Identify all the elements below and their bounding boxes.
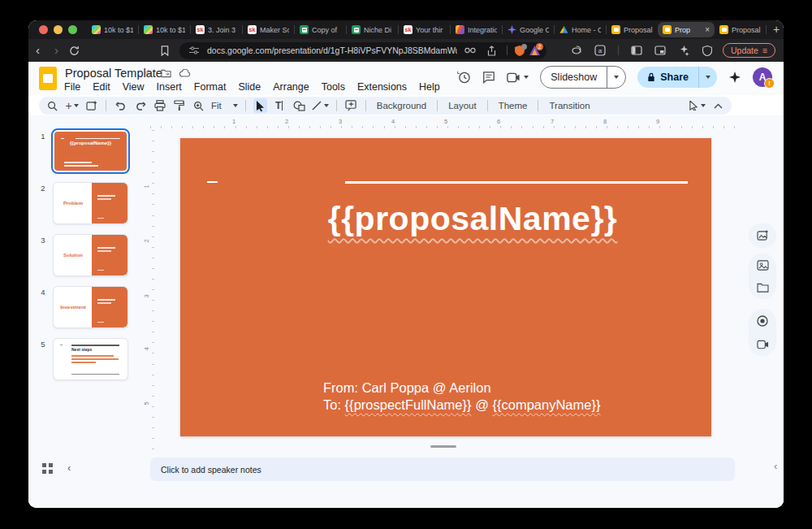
pointer-options-button[interactable] — [689, 98, 706, 113]
address-bar[interactable]: docs.google.com/presentation/d/1gT-H8iVP… — [179, 42, 546, 59]
grid-view-button[interactable] — [42, 463, 53, 474]
shapes-tool-button[interactable] — [292, 98, 306, 113]
line-tool-button[interactable] — [312, 98, 329, 113]
menu-file[interactable]: File — [64, 81, 80, 93]
bookmark-icon[interactable] — [157, 42, 173, 59]
tab-home-drive[interactable]: Home - C — [555, 22, 606, 37]
print-icon[interactable] — [153, 98, 166, 113]
tab-10k-1[interactable]: 10k to $1 — [87, 22, 138, 37]
slide-thumbnail-4[interactable]: Investment — [53, 286, 128, 328]
menu-view[interactable]: View — [123, 81, 145, 93]
slide-canvas[interactable]: {{proposalName}} From: Carl Poppa @ Aeri… — [180, 138, 711, 436]
collapse-filmstrip-icon[interactable]: ‹ — [67, 462, 71, 474]
slide-thumbnail-3[interactable]: Solution — [53, 234, 128, 276]
tab-10k-2[interactable]: 10k to $1 — [139, 22, 190, 37]
zoom-window-button[interactable] — [68, 25, 77, 34]
minimize-window-button[interactable] — [54, 25, 63, 34]
video-camera-icon[interactable] — [757, 340, 769, 349]
move-folder-icon[interactable] — [161, 69, 171, 78]
slides-logo[interactable] — [39, 67, 57, 90]
slide-thumbnail-2[interactable]: Problem — [53, 182, 128, 224]
menu-slide[interactable]: Slide — [238, 81, 261, 93]
menu-format[interactable]: Format — [194, 81, 227, 93]
insert-comment-icon[interactable] — [344, 98, 358, 113]
meet-camera-button[interactable] — [507, 72, 529, 83]
picture-in-picture-icon[interactable] — [652, 42, 668, 59]
slideshow-button[interactable]: Slideshow — [540, 66, 626, 89]
collapse-toolbar-button[interactable] — [711, 98, 725, 113]
back-button[interactable]: ‹ — [28, 40, 47, 61]
extension-knot-icon[interactable] — [568, 42, 585, 59]
tab-join[interactable]: sk 3. Join 3 — [191, 22, 242, 37]
close-window-button[interactable] — [39, 25, 48, 34]
slideshow-dropdown[interactable] — [607, 67, 625, 88]
zoom-add-button[interactable]: + — [65, 98, 79, 113]
new-slide-icon[interactable] — [84, 98, 98, 113]
share-dropdown[interactable] — [698, 67, 717, 88]
share-icon[interactable] — [483, 42, 499, 59]
notes-resize-handle[interactable] — [430, 445, 456, 448]
version-history-icon[interactable] — [457, 71, 471, 85]
triangle-extension-icon[interactable]: 2 — [529, 46, 540, 55]
slide-title-text[interactable]: {{proposalName}} — [253, 200, 692, 238]
reload-button[interactable] — [66, 42, 82, 59]
cloud-status-icon[interactable] — [179, 69, 191, 77]
tab-label: Prop — [675, 26, 700, 34]
tab-maker[interactable]: sk Maker Sc — [243, 22, 294, 37]
folder-icon[interactable] — [757, 283, 769, 293]
privacy-shield-icon[interactable] — [699, 42, 715, 59]
transition-button[interactable]: Transition — [546, 101, 593, 111]
menu-extensions[interactable]: Extensions — [357, 81, 407, 93]
update-button[interactable]: Update ≡ — [723, 43, 775, 58]
record-icon[interactable] — [757, 315, 768, 327]
menu-tools[interactable]: Tools — [322, 81, 345, 93]
tab-niche[interactable]: Niche Di — [347, 22, 398, 37]
site-settings-icon[interactable] — [186, 42, 202, 59]
speaker-notes-input[interactable]: Click to add speaker notes — [150, 457, 735, 481]
boxed-a-icon[interactable]: a — [592, 42, 608, 59]
tab-your-thir[interactable]: sk Your thir — [399, 22, 450, 37]
cursor-sparkle-icon[interactable] — [676, 42, 692, 59]
zoom-select[interactable]: Fit — [211, 101, 238, 111]
tab-proposal-2[interactable]: Proposal — [715, 22, 766, 37]
star-icon[interactable]: ☆ — [144, 67, 153, 79]
avatar[interactable]: A ! — [753, 67, 772, 87]
slide-number: 4 — [38, 288, 48, 297]
tab-copy-of[interactable]: Copy of — [295, 22, 346, 37]
forward-button[interactable]: › — [47, 40, 66, 61]
thumbnail-title: Solution — [54, 235, 93, 275]
slide-thumbnail-5[interactable]: Next steps — [53, 338, 128, 380]
menu-help[interactable]: Help — [419, 81, 440, 93]
comments-icon[interactable] — [482, 71, 495, 84]
text-box-tool-button[interactable]: T — [273, 98, 287, 113]
background-button[interactable]: Background — [374, 101, 430, 111]
share-button[interactable]: Share — [637, 67, 717, 88]
layout-button[interactable]: Layout — [445, 101, 480, 111]
slide-fromto-text[interactable]: From: Carl Poppa @ Aerilon To: {{prospec… — [323, 379, 600, 414]
paint-format-icon[interactable] — [172, 98, 186, 113]
tab-proposal-active[interactable]: Prop × — [658, 22, 715, 37]
photos-icon[interactable] — [757, 260, 769, 271]
tab-google-c[interactable]: Google C — [503, 22, 554, 37]
tab-proposal-1[interactable]: Proposal — [607, 22, 658, 37]
close-tab-icon[interactable]: × — [703, 25, 710, 34]
theme-button[interactable]: Theme — [495, 101, 531, 111]
select-tool-button[interactable] — [253, 98, 267, 113]
shield-extension-icon[interactable] — [515, 46, 525, 56]
tab-integrations[interactable]: Integratio — [451, 22, 502, 37]
undo-button[interactable] — [114, 98, 127, 113]
reading-mode-icon[interactable] — [462, 42, 478, 59]
redo-button[interactable] — [133, 98, 147, 113]
sidebar-toggle-icon[interactable] — [628, 42, 645, 59]
new-tab-button[interactable]: + — [767, 22, 784, 37]
menu-bar: File Edit View Insert Format Slide Arran… — [64, 81, 440, 93]
menu-arrange[interactable]: Arrange — [273, 81, 309, 93]
menu-insert[interactable]: Insert — [157, 81, 182, 93]
menu-edit[interactable]: Edit — [93, 81, 110, 93]
collapse-rail-icon[interactable]: ‹ — [774, 460, 777, 472]
slide-thumbnail-1[interactable]: {{proposalName}} — [53, 130, 128, 172]
insert-image-icon[interactable] — [757, 230, 769, 241]
search-menus-icon[interactable] — [45, 98, 59, 113]
zoom-in-icon[interactable] — [192, 98, 205, 113]
gemini-spark-icon[interactable] — [728, 71, 741, 84]
